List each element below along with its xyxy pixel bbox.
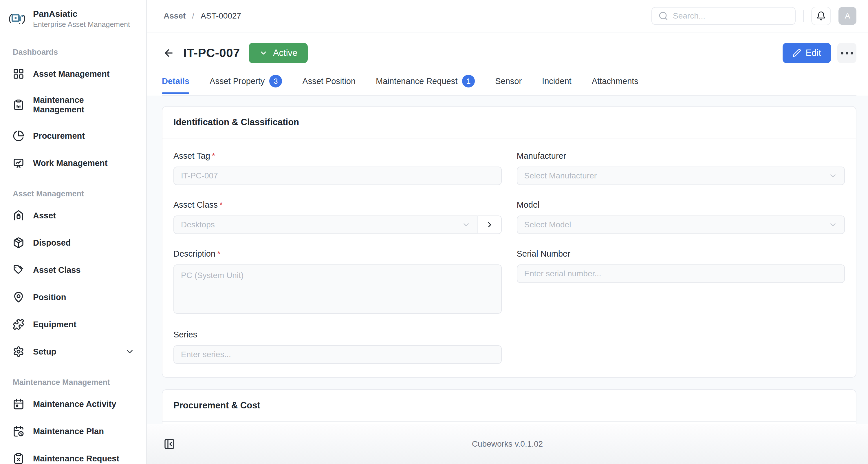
search-icon <box>658 11 668 21</box>
series-field: Series <box>174 330 502 364</box>
sidebar-item-label: Maintenance Activity <box>33 399 116 409</box>
page-head: IT-PC-007 Active Edit Details Asset Pro <box>147 32 868 96</box>
clipboard-chart-icon <box>13 99 24 111</box>
brand: PanAsiatic Enterprise Asset Management <box>0 0 146 35</box>
edit-button[interactable]: Edit <box>783 43 831 63</box>
asset-tag-input[interactable] <box>174 166 502 185</box>
required-marker: * <box>212 151 215 160</box>
more-actions-button[interactable] <box>837 43 857 63</box>
sidebar-item-label: Maintenance Management <box>33 95 135 115</box>
sidebar-item-maintenance-plan[interactable]: Maintenance Plan <box>0 417 146 445</box>
avatar[interactable]: A <box>838 7 857 25</box>
description-textarea[interactable] <box>174 265 502 314</box>
model-select[interactable]: Select Model <box>517 216 845 234</box>
bell-icon <box>816 11 826 21</box>
breadcrumb-current: AST-00027 <box>200 11 241 21</box>
sidebar-item-maintenance-activity[interactable]: Maintenance Activity <box>0 391 146 417</box>
tab-sensor[interactable]: Sensor <box>495 76 522 94</box>
sidebar-item-asset-class[interactable]: Asset Class <box>0 256 146 284</box>
asset-class-open-button[interactable] <box>477 216 501 234</box>
sidebar-item-label: Asset Class <box>33 265 81 275</box>
pencil-icon <box>793 49 801 57</box>
chevron-right-icon <box>485 220 494 229</box>
calendar-clock-icon <box>13 426 24 437</box>
asset-tag-field: Asset Tag* <box>174 151 502 185</box>
description-field: Description* <box>174 249 502 315</box>
pie-chart-icon <box>13 130 24 142</box>
sidebar-item-label: Position <box>33 292 66 302</box>
procurement-card: Procurement & Cost Date Purchased* Manua… <box>162 389 857 424</box>
page-title: IT-PC-007 <box>183 46 240 60</box>
grid-icon <box>13 68 24 80</box>
series-input[interactable] <box>174 345 502 364</box>
global-search[interactable] <box>651 7 796 25</box>
field-label: Model <box>517 200 845 210</box>
notifications-button[interactable] <box>811 7 831 25</box>
chevron-down-icon <box>462 220 470 229</box>
sidebar: PanAsiatic Enterprise Asset Management D… <box>0 0 147 464</box>
status-badge[interactable]: Active <box>249 43 308 63</box>
header-divider <box>803 10 804 22</box>
serial-number-input[interactable] <box>517 265 845 283</box>
field-label: Asset Tag* <box>174 151 502 161</box>
tab-maintenance-request[interactable]: Maintenance Request 1 <box>376 75 475 95</box>
card-title: Procurement & Cost <box>174 400 845 411</box>
sidebar-item-label: Asset <box>33 211 56 220</box>
sidebar-item-disposed[interactable]: Disposed <box>0 229 146 256</box>
tab-badge: 3 <box>269 75 282 88</box>
sidebar-item-procurement[interactable]: Procurement <box>0 122 146 150</box>
tab-details[interactable]: Details <box>162 76 189 94</box>
sidebar-item-label: Asset Management <box>33 69 110 79</box>
tab-bar: Details Asset Property 3 Asset Position … <box>162 75 857 96</box>
app-version: Cubeworks v.0.1.02 <box>147 439 868 448</box>
footer: Cubeworks v.0.1.02 <box>147 424 868 464</box>
tab-asset-property[interactable]: Asset Property 3 <box>210 75 282 95</box>
tab-asset-position[interactable]: Asset Position <box>302 76 355 94</box>
search-input[interactable] <box>673 11 789 21</box>
warehouse-icon <box>13 210 24 221</box>
chevron-down-icon <box>125 347 135 357</box>
sidebar-item-work-management[interactable]: Work Management <box>0 150 146 177</box>
top-header: Asset / AST-00027 A <box>147 0 868 32</box>
tab-incident[interactable]: Incident <box>542 76 571 94</box>
brand-name: PanAsiatic <box>33 9 130 19</box>
manufacturer-select[interactable]: Select Manufacturer <box>517 166 845 185</box>
arrow-left-icon <box>163 47 175 59</box>
tab-badge: 1 <box>462 75 475 88</box>
puzzle-icon <box>13 319 24 330</box>
sidebar-item-label: Disposed <box>33 238 71 248</box>
sidebar-item-label: Setup <box>33 347 116 357</box>
asset-class-select[interactable]: Desktops <box>174 216 477 234</box>
gear-icon <box>13 346 24 358</box>
sidebar-item-label: Maintenance Request <box>33 454 119 463</box>
identification-card: Identification & Classification Asset Ta… <box>162 106 857 378</box>
sidebar-item-asset-management[interactable]: Asset Management <box>0 60 146 88</box>
field-label: Description* <box>174 249 502 259</box>
chevron-down-icon <box>829 220 837 229</box>
brand-subtitle: Enterprise Asset Management <box>33 20 130 29</box>
sidebar-item-asset[interactable]: Asset <box>0 202 146 229</box>
sidebar-section-maintenance-management: Maintenance Management <box>13 378 146 387</box>
breadcrumb-parent[interactable]: Asset <box>163 11 186 21</box>
back-button[interactable] <box>162 46 176 60</box>
monitor-chart-icon <box>13 157 24 169</box>
sidebar-item-maintenance-management[interactable]: Maintenance Management <box>0 88 146 122</box>
brand-logo-icon <box>7 9 27 28</box>
sidebar-item-label: Maintenance Plan <box>33 427 104 436</box>
tab-attachments[interactable]: Attachments <box>592 76 639 94</box>
sidebar-section-dashboards: Dashboards <box>13 48 146 57</box>
chevron-down-icon <box>259 49 268 57</box>
sidebar-item-equipment[interactable]: Equipment <box>0 311 146 338</box>
field-label: Serial Number <box>517 249 845 259</box>
map-pin-icon <box>13 291 24 303</box>
sidebar-section-asset-management: Asset Management <box>13 189 146 198</box>
manufacturer-field: Manufacturer Select Manufacturer <box>517 151 845 185</box>
sidebar-item-setup[interactable]: Setup <box>0 338 146 365</box>
clipboard-x-icon <box>13 453 24 464</box>
sidebar-item-label: Equipment <box>33 320 76 329</box>
tags-icon <box>13 264 24 276</box>
sidebar-item-label: Procurement <box>33 131 85 141</box>
sidebar-item-maintenance-request[interactable]: Maintenance Request <box>0 445 146 464</box>
status-label: Active <box>273 48 297 58</box>
sidebar-item-position[interactable]: Position <box>0 284 146 311</box>
